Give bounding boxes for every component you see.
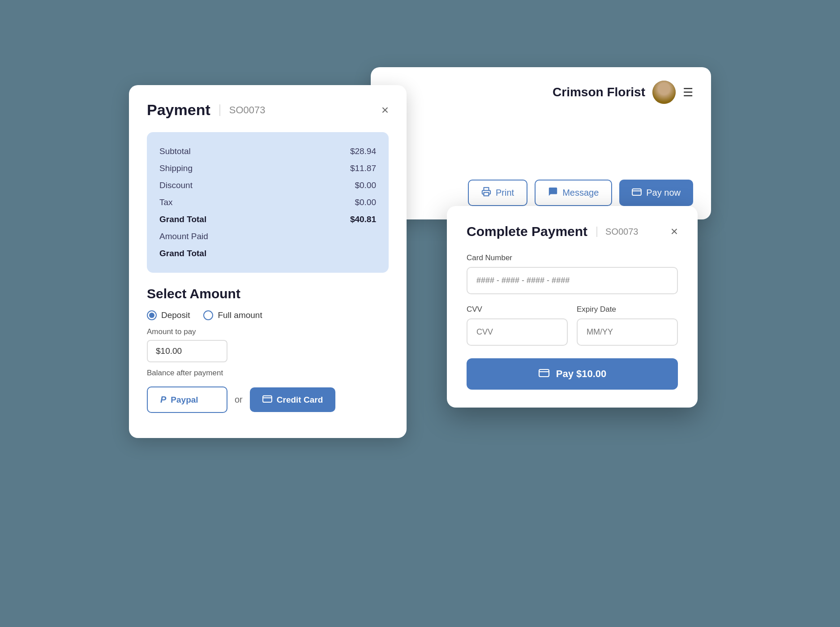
avatar <box>652 81 676 104</box>
paypal-button[interactable]: P Paypal <box>147 387 227 413</box>
radio-group: Deposit Full amount <box>147 310 389 320</box>
shipping-value: $11.87 <box>350 163 376 173</box>
print-button[interactable]: Print <box>468 180 527 206</box>
amount-to-pay-label: Amount to pay <box>147 327 389 336</box>
florist-name: Crimson Florist <box>553 85 645 99</box>
grand-total-2-label: Grand Total <box>159 249 206 258</box>
summary-row-subtotal: Subtotal $28.94 <box>159 143 376 160</box>
summary-row-shipping: Shipping $11.87 <box>159 160 376 177</box>
summary-row-tax: Tax $0.00 <box>159 194 376 211</box>
full-amount-radio-circle <box>203 310 213 320</box>
cvv-group: CVV <box>467 305 568 346</box>
discount-value: $0.00 <box>355 180 376 190</box>
payment-order-id: SO0073 <box>219 104 373 116</box>
payment-close-button[interactable]: × <box>381 104 389 116</box>
payment-title: Payment <box>147 101 210 119</box>
svg-rect-3 <box>263 396 272 402</box>
printer-icon <box>481 187 491 199</box>
or-text: or <box>235 395 243 405</box>
expiry-input[interactable] <box>577 318 678 346</box>
summary-row-amount-paid: Amount Paid <box>159 228 376 245</box>
pay-button-card-icon <box>538 368 550 380</box>
amount-paid-label: Amount Paid <box>159 232 208 241</box>
subtotal-value: $28.94 <box>350 146 376 156</box>
message-label: Message <box>562 188 599 198</box>
payment-header: Payment SO0073 × <box>147 101 389 119</box>
cvv-label: CVV <box>467 305 568 314</box>
expiry-label: Expiry Date <box>577 305 678 314</box>
payment-summary: Subtotal $28.94 Shipping $11.87 Discount… <box>147 132 389 273</box>
cvv-input[interactable] <box>467 318 568 346</box>
discount-label: Discount <box>159 180 193 190</box>
pay-button-label: Pay $10.00 <box>556 368 607 380</box>
full-amount-radio[interactable]: Full amount <box>203 310 262 320</box>
paypal-icon: P <box>160 395 166 405</box>
payment-card: Payment SO0073 × Subtotal $28.94 Shippin… <box>129 85 407 438</box>
grand-total-value: $40.81 <box>350 215 376 224</box>
complete-payment-close-button[interactable]: × <box>671 225 678 238</box>
summary-row-grand-total: Grand Total $40.81 <box>159 211 376 228</box>
print-label: Print <box>496 188 514 198</box>
deposit-radio-circle <box>147 310 157 320</box>
message-icon <box>548 187 558 199</box>
credit-card-button[interactable]: Credit Card <box>250 387 335 412</box>
pay-now-label: Pay now <box>646 188 681 198</box>
svg-rect-0 <box>484 193 489 196</box>
card-number-label: Card Number <box>467 253 678 262</box>
pay-now-card-icon <box>632 188 642 198</box>
select-amount-title: Select Amount <box>147 286 389 301</box>
amount-to-pay-input[interactable] <box>147 340 227 362</box>
complete-payment-modal: Complete Payment SO0073 × Card Number CV… <box>447 206 698 408</box>
summary-row-discount: Discount $0.00 <box>159 177 376 194</box>
payment-methods: P Paypal or Credit Card <box>147 387 389 413</box>
message-button[interactable]: Message <box>535 180 612 206</box>
credit-card-icon <box>262 395 272 405</box>
expiry-group: Expiry Date <box>577 305 678 346</box>
svg-rect-5 <box>539 369 549 377</box>
florist-header: Crimson Florist ☰ <box>389 81 693 104</box>
pay-button[interactable]: Pay $10.00 <box>467 358 678 390</box>
balance-label: Balance after payment <box>147 369 389 378</box>
full-amount-label: Full amount <box>218 310 262 320</box>
card-number-input[interactable] <box>467 267 678 294</box>
complete-payment-title: Complete Payment <box>467 224 587 239</box>
paypal-label: Paypal <box>171 395 198 405</box>
shipping-label: Shipping <box>159 163 193 173</box>
complete-payment-order-id: SO0073 <box>596 227 662 237</box>
deposit-radio[interactable]: Deposit <box>147 310 190 320</box>
select-amount-section: Select Amount Deposit Full amount Amount… <box>147 286 389 422</box>
action-buttons: Print Message Pay now <box>389 180 693 206</box>
hamburger-icon[interactable]: ☰ <box>683 86 693 99</box>
complete-payment-header: Complete Payment SO0073 × <box>467 224 678 239</box>
florist-card: Crimson Florist ☰ Print <box>371 67 711 219</box>
credit-card-label: Credit Card <box>277 395 323 405</box>
subtotal-label: Subtotal <box>159 146 191 156</box>
deposit-label: Deposit <box>161 310 190 320</box>
summary-row-grand-total-2: Grand Total <box>159 245 376 262</box>
cvv-expiry-row: CVV Expiry Date <box>467 305 678 346</box>
tax-label: Tax <box>159 198 173 207</box>
svg-rect-1 <box>632 189 641 195</box>
grand-total-label: Grand Total <box>159 215 206 224</box>
pay-now-button[interactable]: Pay now <box>619 180 693 206</box>
tax-value: $0.00 <box>355 198 376 207</box>
